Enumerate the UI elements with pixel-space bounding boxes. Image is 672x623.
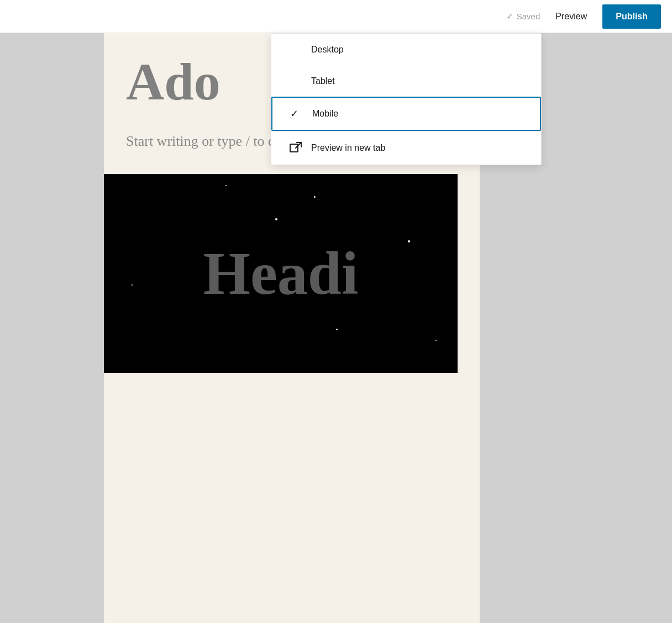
- dropdown-item-desktop[interactable]: Desktop: [271, 34, 541, 65]
- mobile-check-icon: ✓: [290, 108, 303, 120]
- saved-label: Saved: [517, 12, 540, 21]
- dropdown-item-tablet[interactable]: Tablet: [271, 65, 541, 97]
- svg-rect-0: [290, 144, 298, 152]
- star-decoration: [314, 196, 316, 198]
- tablet-label: Tablet: [311, 76, 335, 86]
- dropdown-item-mobile[interactable]: ✓ Mobile: [271, 97, 541, 131]
- desktop-label: Desktop: [311, 45, 344, 55]
- star-decoration: [435, 340, 437, 341]
- star-decoration: [408, 240, 410, 242]
- saved-check-icon: ✓: [506, 11, 513, 22]
- publish-button[interactable]: Publish: [602, 4, 661, 29]
- star-decoration: [132, 284, 133, 286]
- desktop-check-icon: [289, 44, 302, 55]
- image-block: Headi: [104, 174, 458, 373]
- external-link-icon: [289, 141, 302, 155]
- mobile-label: Mobile: [312, 109, 338, 119]
- preview-new-tab-label: Preview in new tab: [311, 143, 385, 153]
- star-decoration: [336, 329, 338, 330]
- image-heading-text: Headi: [203, 239, 358, 309]
- dropdown-item-preview-new-tab[interactable]: Preview in new tab: [271, 131, 541, 165]
- saved-status: ✓ Saved: [506, 11, 540, 22]
- toolbar: ✓ Saved Preview Publish: [0, 0, 672, 33]
- tablet-check-icon: [289, 75, 302, 87]
- star-decoration: [225, 185, 227, 186]
- star-decoration: [275, 218, 277, 220]
- preview-button[interactable]: Preview: [549, 7, 594, 26]
- preview-dropdown: Desktop Tablet ✓ Mobile Preview in new t…: [271, 33, 542, 165]
